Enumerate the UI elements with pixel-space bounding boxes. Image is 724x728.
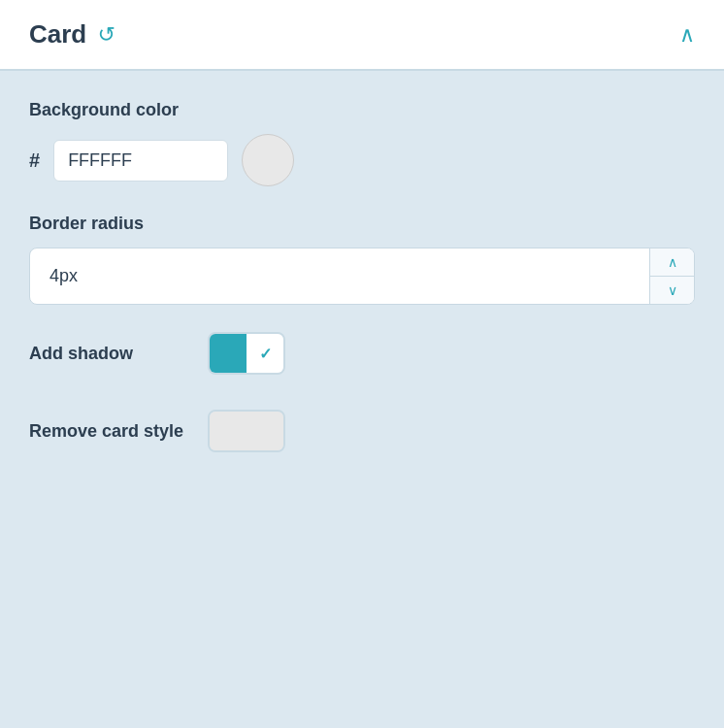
toggle-inactive-left <box>210 412 247 450</box>
spinner-up-button[interactable]: ∧ <box>650 248 694 277</box>
remove-card-style-toggle[interactable] <box>208 410 285 452</box>
toggle-inactive-right <box>247 412 283 450</box>
background-color-label: Background color <box>29 100 695 120</box>
panel-title: Card <box>29 19 86 50</box>
panel-header: Card ↻ ∧ <box>0 0 724 71</box>
spinner-down-button[interactable]: ∨ <box>650 277 694 304</box>
panel: Card ↻ ∧ Background color # Border radiu… <box>0 0 724 728</box>
hash-symbol: # <box>29 149 40 172</box>
spinner-buttons: ∧ ∨ <box>649 248 694 304</box>
collapse-icon[interactable]: ∧ <box>679 22 695 48</box>
panel-content: Background color # Border radius ∧ ∨ Add… <box>0 71 724 516</box>
add-shadow-toggle[interactable]: ✓ <box>208 332 285 375</box>
color-swatch[interactable] <box>242 134 294 186</box>
refresh-icon[interactable]: ↻ <box>98 22 115 48</box>
border-radius-label: Border radius <box>29 214 695 234</box>
toggle-active-right: ✓ <box>247 334 283 373</box>
add-shadow-row: Add shadow ✓ <box>29 332 695 375</box>
add-shadow-label: Add shadow <box>29 344 184 364</box>
color-input-row: # <box>29 134 695 186</box>
remove-card-style-label: Remove card style <box>29 421 184 442</box>
remove-card-style-row: Remove card style <box>29 410 695 452</box>
color-hex-input[interactable] <box>53 140 228 182</box>
panel-header-left: Card ↻ <box>29 19 115 50</box>
toggle-active-left <box>210 334 247 373</box>
checkmark-icon: ✓ <box>259 345 272 363</box>
background-color-section: Background color # <box>29 100 695 186</box>
border-radius-row: ∧ ∨ <box>29 248 695 305</box>
border-radius-input[interactable] <box>30 248 649 304</box>
border-radius-section: Border radius ∧ ∨ <box>29 214 695 305</box>
